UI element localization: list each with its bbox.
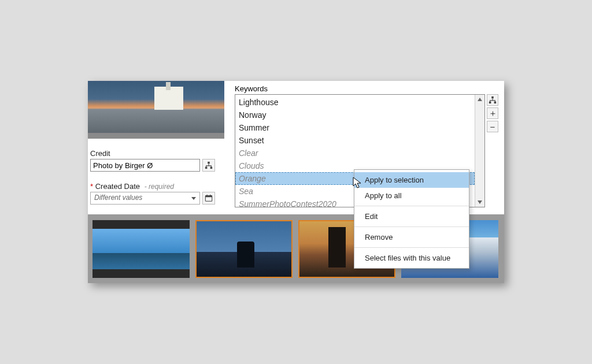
calendar-icon[interactable] (202, 192, 215, 205)
preview-thumbnail (88, 81, 224, 139)
menu-separator (354, 247, 469, 248)
svg-rect-2 (210, 167, 213, 169)
scroll-down-icon[interactable] (475, 198, 484, 207)
created-date-select[interactable]: Different values (90, 192, 200, 205)
credit-label: Credit (90, 149, 228, 158)
svg-marker-7 (478, 98, 482, 101)
remove-keyword-button[interactable]: − (487, 121, 498, 132)
context-menu: Apply to selectionApply to allEditRemove… (354, 169, 469, 269)
thumbnail-item[interactable] (195, 220, 293, 278)
keyword-item[interactable]: Lighthouse (235, 96, 475, 109)
context-menu-item[interactable]: Edit (354, 209, 469, 224)
add-keyword-button[interactable]: ＋ (487, 107, 498, 119)
svg-rect-9 (491, 96, 494, 99)
left-column: Credit * Created Date - required Differe… (88, 81, 232, 207)
keywords-scrollbar[interactable] (475, 95, 484, 207)
svg-marker-8 (478, 200, 482, 204)
svg-rect-11 (494, 102, 497, 104)
metadata-panel: Credit * Created Date - required Differe… (88, 81, 504, 283)
menu-separator (354, 226, 469, 227)
context-menu-item[interactable]: Remove (354, 229, 469, 245)
hierarchy-icon[interactable] (487, 94, 498, 106)
required-asterisk: * (90, 182, 93, 191)
svg-rect-0 (208, 162, 210, 164)
context-menu-item[interactable]: Apply to all (354, 188, 469, 203)
keyword-item[interactable]: Sunset (235, 134, 475, 147)
created-date-hint: - required (145, 183, 174, 191)
svg-rect-1 (205, 167, 208, 169)
credit-field: Credit (90, 149, 228, 172)
context-menu-item[interactable]: Apply to selection (354, 172, 469, 188)
created-date-label: * Created Date - required (90, 182, 228, 191)
keyword-item[interactable]: Norway (235, 109, 475, 121)
keywords-side-buttons: ＋ − (487, 94, 498, 207)
keyword-item[interactable]: Clear (235, 147, 475, 159)
keywords-label: Keywords (235, 84, 498, 93)
credit-input[interactable] (90, 159, 200, 172)
thumbnail-item[interactable] (92, 220, 190, 278)
svg-rect-4 (205, 196, 212, 198)
svg-rect-5 (207, 195, 208, 196)
keyword-item[interactable]: Summer (235, 121, 475, 134)
menu-separator (354, 206, 469, 206)
svg-rect-6 (210, 195, 210, 196)
created-date-value: Different values (94, 194, 142, 202)
created-date-label-text: Created Date (95, 182, 140, 191)
svg-rect-10 (489, 102, 491, 104)
scroll-up-icon[interactable] (475, 95, 484, 104)
context-menu-item[interactable]: Select files with this value (354, 250, 469, 266)
created-date-field: * Created Date - required Different valu… (90, 182, 228, 205)
hierarchy-icon[interactable] (202, 159, 215, 172)
